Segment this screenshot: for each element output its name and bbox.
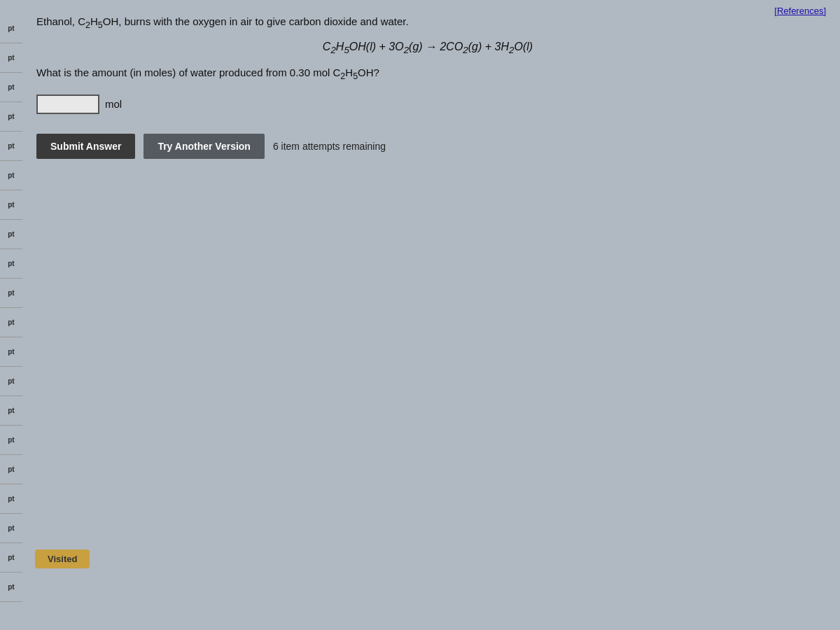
- sidebar-pt-19: pt: [0, 543, 22, 573]
- sidebar-pt-7: pt: [0, 190, 22, 220]
- sidebar-pt-8: pt: [0, 220, 22, 249]
- sidebar-pt-14: pt: [0, 396, 22, 426]
- sidebar-pt-20: pt: [0, 573, 22, 602]
- attempts-remaining-text: 6 item attempts remaining: [273, 141, 386, 152]
- sidebar-pt-10: pt: [0, 279, 22, 308]
- action-buttons-row: Submit Answer Try Another Version 6 item…: [36, 134, 819, 159]
- sidebar-pt-5: pt: [0, 132, 22, 161]
- mol-unit-label: mol: [105, 98, 122, 110]
- sidebar-pt-3: pt: [0, 73, 22, 102]
- sidebar-pt-1: pt: [0, 14, 22, 43]
- sidebar-pt-16: pt: [0, 455, 22, 484]
- sidebar-pt-6: pt: [0, 161, 22, 190]
- sidebar-pt-4: pt: [0, 102, 22, 132]
- sidebar-pt-9: pt: [0, 249, 22, 279]
- moles-input[interactable]: [36, 94, 99, 114]
- question-intro: Ethanol, C2H5OH, burns with the oxygen i…: [36, 14, 819, 32]
- try-another-version-button[interactable]: Try Another Version: [144, 134, 265, 159]
- sidebar-pt-17: pt: [0, 484, 22, 514]
- main-content: Ethanol, C2H5OH, burns with the oxygen i…: [22, 0, 840, 187]
- answer-input-row: mol: [36, 94, 819, 114]
- sidebar-pt-2: pt: [0, 43, 22, 73]
- sidebar-pt-13: pt: [0, 367, 22, 396]
- sidebar-pt-12: pt: [0, 337, 22, 367]
- sidebar: pt pt pt pt pt pt pt pt pt pt pt pt pt p…: [0, 0, 22, 630]
- sidebar-pt-18: pt: [0, 514, 22, 543]
- question-prompt: What is the amount (in moles) of water p…: [36, 65, 819, 83]
- sidebar-pt-15: pt: [0, 426, 22, 455]
- sidebar-pt-11: pt: [0, 308, 22, 337]
- visited-button[interactable]: Visited: [35, 550, 90, 568]
- chemical-equation: C2H5OH(l) + 3O2(g) → 2CO2(g) + 3H2O(l): [36, 41, 819, 55]
- submit-answer-button[interactable]: Submit Answer: [36, 134, 135, 159]
